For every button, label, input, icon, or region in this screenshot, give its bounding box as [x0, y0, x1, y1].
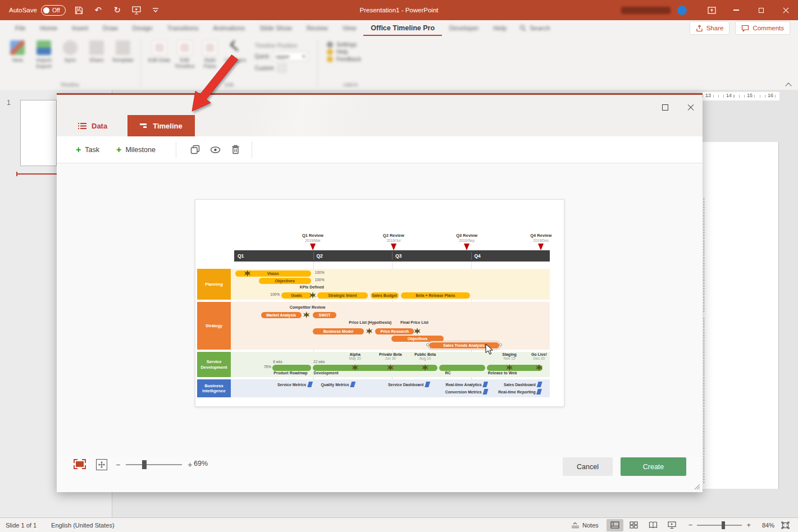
milestone-label[interactable]: AlphaMay 20	[349, 352, 361, 360]
tab-developer[interactable]: Developer	[442, 20, 486, 36]
task-bar[interactable]: Market Analysis	[261, 312, 302, 318]
tab-draw[interactable]: Draw	[95, 20, 125, 36]
zoom-slider-thumb[interactable]	[722, 521, 725, 529]
bi-milestone[interactable]: Real-time Analytics	[445, 382, 487, 387]
tab-insert[interactable]: Insert	[65, 20, 95, 36]
quick-position-dropdown[interactable]: Upper	[272, 52, 308, 61]
ribbon-display-options-icon[interactable]	[699, 0, 724, 20]
task-bar[interactable]: Price Research	[375, 328, 414, 334]
tab-office-timeline-pro[interactable]: Office Timeline Pro	[363, 20, 442, 36]
save-icon[interactable]	[74, 5, 85, 15]
selection-handle[interactable]	[499, 343, 502, 346]
autosave-toggle[interactable]: AutoSave Off	[9, 5, 66, 16]
ribbon-sync-button[interactable]: Sync	[58, 40, 83, 63]
tab-design[interactable]: Design	[125, 20, 160, 36]
task-bar[interactable]	[439, 365, 485, 371]
bi-milestone[interactable]: Real-time Reporting	[498, 389, 541, 395]
slideshow-view-button[interactable]	[664, 519, 681, 531]
milestone-label[interactable]: Go Live!Dec 20	[531, 352, 547, 360]
task-bar[interactable]: SWOT	[313, 312, 336, 318]
slide-sorter-view-button[interactable]	[626, 519, 642, 531]
swimlane-label[interactable]: Planning	[197, 269, 231, 300]
tab-data[interactable]: Data	[78, 115, 107, 136]
ribbon-share-button[interactable]: Share	[84, 40, 108, 63]
bi-milestone[interactable]: Service Dashboard	[388, 382, 429, 387]
close-button[interactable]	[773, 0, 798, 20]
fit-to-slide-button[interactable]	[74, 459, 86, 469]
help-button[interactable]: Help	[327, 49, 382, 55]
milestone-marker-icon[interactable]	[303, 311, 310, 318]
search-box[interactable]: Search	[519, 25, 550, 31]
undo-button[interactable]: ↶	[93, 5, 104, 15]
notes-button[interactable]: Notes	[566, 522, 604, 529]
ribbon-import-export-button[interactable]: Import Export	[32, 40, 56, 69]
tab-view[interactable]: View	[335, 20, 364, 36]
add-task-button[interactable]: +Task	[76, 145, 99, 154]
tab-review[interactable]: Review	[299, 20, 335, 36]
reading-view-button[interactable]	[645, 519, 662, 531]
slide-canvas[interactable]	[703, 142, 779, 489]
duplicate-icon[interactable]	[189, 143, 202, 157]
add-milestone-button[interactable]: +Milestone	[116, 145, 156, 154]
bi-milestone[interactable]: Conversion Metrics	[445, 389, 487, 395]
visibility-icon[interactable]	[209, 143, 222, 157]
task-bar[interactable]: Strategic Intent	[317, 292, 368, 299]
milestone-label[interactable]: Private BetaJun 30	[379, 352, 402, 360]
tab-timeline[interactable]: Timeline	[127, 115, 195, 136]
zoom-control[interactable]: − +	[688, 521, 751, 529]
task-bar[interactable]: Goals	[281, 292, 311, 299]
task-bar[interactable]: Sales Budget	[371, 292, 399, 299]
create-button[interactable]: Create	[621, 457, 686, 476]
task-bar[interactable]: Business Model	[313, 328, 364, 334]
task-bar[interactable]	[272, 365, 311, 371]
settings-button[interactable]: Settings	[327, 42, 382, 48]
share-button[interactable]: Share	[690, 21, 730, 35]
quick-access-customize-icon[interactable]	[150, 5, 161, 15]
user-avatar[interactable]	[677, 6, 687, 15]
task-bar[interactable]: Beta + Release Plans	[401, 292, 470, 299]
bi-milestone[interactable]: Service Metrics	[277, 382, 312, 387]
milestone-label[interactable]: Public BetaAug 10	[414, 352, 436, 360]
swimlane-label[interactable]: ServiceDevelopment	[197, 352, 231, 377]
comments-button[interactable]: Comments	[735, 21, 790, 35]
redo-button[interactable]: ↻	[112, 5, 123, 15]
tab-help[interactable]: Help	[486, 20, 514, 36]
milestone-marker-icon[interactable]	[366, 328, 373, 334]
tab-slide-show[interactable]: Slide Show	[252, 20, 299, 36]
tab-home[interactable]: Home	[33, 20, 65, 36]
ribbon-new-button[interactable]: New	[6, 40, 30, 63]
task-bar[interactable]: Objectives	[259, 278, 311, 284]
tab-file[interactable]: File	[8, 20, 33, 36]
custom-position-button[interactable]	[277, 64, 286, 72]
preview-zoom-slider[interactable]: − +	[116, 459, 192, 470]
normal-view-button[interactable]	[607, 519, 623, 531]
maximize-button[interactable]	[749, 0, 773, 20]
edit-data-button[interactable]: Edit Data	[148, 40, 171, 63]
language-status[interactable]: English (United States)	[51, 522, 115, 529]
tab-transitions[interactable]: Transitions	[160, 20, 206, 36]
timeline-preview[interactable]: Q1 Review2019/MarQ2 Review2019/JulQ3 Rev…	[195, 199, 564, 407]
bi-milestone[interactable]: Sales Dashboard	[504, 382, 541, 387]
fit-slide-to-window-button[interactable]	[777, 519, 794, 531]
milestone-label[interactable]: StagingNov 15	[502, 352, 517, 360]
swimlane-label[interactable]: BusinessIntelligence	[197, 379, 231, 397]
milestone-marker-icon[interactable]	[414, 328, 421, 334]
pan-button[interactable]	[96, 459, 107, 470]
dialog-close-button[interactable]	[682, 100, 699, 114]
task-bar[interactable]: Objectives	[391, 336, 444, 342]
slider-thumb[interactable]	[142, 460, 147, 469]
selection-handle[interactable]	[426, 343, 429, 346]
minimize-button[interactable]	[724, 0, 749, 20]
collapse-ribbon-icon[interactable]	[785, 82, 792, 88]
task-bar[interactable]	[487, 365, 542, 371]
swimlane-label[interactable]: Strategy	[197, 302, 231, 350]
delete-icon[interactable]	[229, 143, 243, 157]
start-presentation-icon[interactable]	[131, 5, 142, 15]
slide-thumbnail[interactable]	[20, 100, 57, 166]
resize-grip[interactable]	[694, 484, 700, 490]
task-bar[interactable]	[313, 365, 437, 371]
tab-animations[interactable]: Animations	[206, 20, 252, 36]
bi-milestone[interactable]: Quality Metrics	[321, 382, 354, 387]
ribbon-template-button[interactable]: Template	[111, 40, 135, 63]
zoom-percentage[interactable]: 84%	[755, 522, 774, 529]
